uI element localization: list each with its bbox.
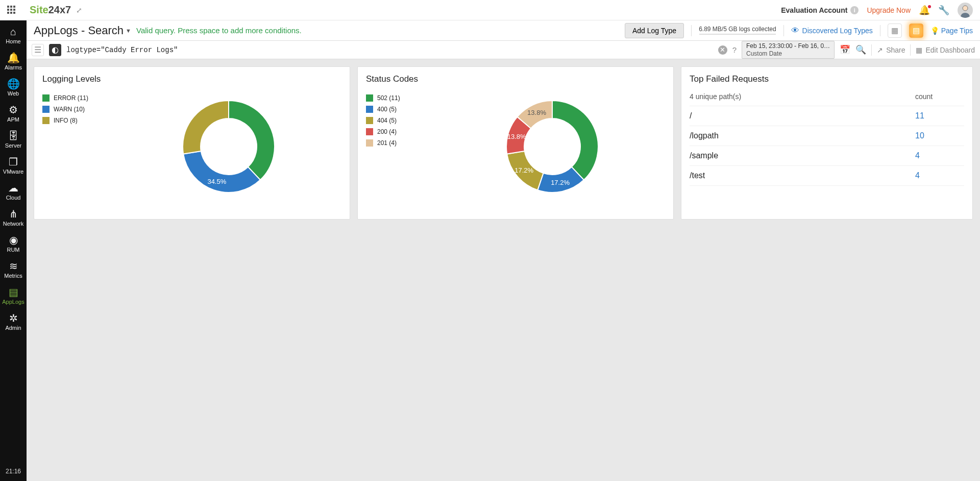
card-title: Top Failed Requests [690,74,964,84]
chart-view-button[interactable]: ◐ [49,44,61,56]
sidebar-item-apm[interactable]: ⚙APM [2,101,24,127]
edit-dashboard-button[interactable]: ▦ Edit Dashboard [916,46,975,54]
account-label[interactable]: Evaluation Account i [781,6,859,14]
apm-icon: ⚙ [9,105,18,115]
sidebar-item-alarms[interactable]: 🔔Alarms [2,49,24,75]
legend-item[interactable]: ERROR (11) [42,94,104,102]
legend-label: ERROR (11) [54,94,88,102]
share-icon: ↗ [877,46,883,54]
bell-icon[interactable]: 🔔 [919,5,930,16]
share-button[interactable]: ↗ Share [877,46,905,54]
card-title: Status Codes [366,74,665,84]
sidebar-item-vmware[interactable]: ❐VMware [2,153,24,179]
legend-item[interactable]: 201 (4) [366,139,427,147]
svg-text:13.8%: 13.8% [527,109,546,116]
logo-x7: 24x7 [48,4,71,15]
discovered-log-types-link[interactable]: 👁 Discovered Log Types [791,26,873,35]
upgrade-link[interactable]: Upgrade Now [867,6,911,14]
count-cell[interactable]: 4 [915,171,964,180]
sidebar-item-label: Admin [5,325,21,331]
sidebar-item-home[interactable]: ⌂Home [2,22,24,49]
legend-item[interactable]: 404 (5) [366,117,427,124]
swatch-icon [366,117,373,124]
legend: ERROR (11)WARN (10)INFO (8) [42,94,104,124]
count-cell[interactable]: 11 [915,111,964,121]
legend-item[interactable]: INFO (8) [42,117,104,124]
legend-label: 502 (11) [377,94,400,102]
clear-query-button[interactable]: ✕ [718,45,727,55]
content: Logging Levels ERROR (11)WARN (10)INFO (… [27,59,980,481]
count-cell[interactable]: 4 [915,151,964,160]
sidebar-time: 21:16 [6,462,21,481]
sidebar-item-label: Metrics [4,273,22,279]
sidebar: ⌂Home🔔Alarms🌐Web⚙APM🗄Server❐VMware☁Cloud… [0,20,27,481]
sidebar-item-label: Network [3,221,23,227]
table-row[interactable]: /11 [690,106,964,126]
status-codes-card: Status Codes 502 (11)400 (5)404 (5)200 (… [357,66,674,220]
sidebar-item-rum[interactable]: ◉RUM [2,231,24,257]
sidebar-item-network[interactable]: ⋔Network [2,205,24,231]
expand-icon[interactable]: ⤢ [76,8,82,12]
alarms-icon: 🔔 [7,53,20,63]
sidebar-item-label: Home [6,38,20,44]
rum-icon: ◉ [9,235,18,245]
sidebar-item-metrics[interactable]: ≋Metrics [2,257,24,283]
path-cell: /logpath [690,131,719,140]
applogs-icon: ▤ [9,287,18,297]
logs-collected: 6.89 MB/5 GB logs collected [699,26,776,35]
sidebar-item-admin[interactable]: ✲Admin [2,309,24,335]
layout-button[interactable]: ▦ [888,23,902,38]
sidebar-item-web[interactable]: 🌐Web [2,75,24,101]
eye-icon: 👁 [791,26,799,35]
search-icon[interactable]: 🔍 [855,44,866,55]
count-cell[interactable]: 10 [915,131,964,140]
path-cell: / [690,111,692,121]
table-row[interactable]: /test4 [690,166,964,186]
caret-down-icon: ▼ [126,28,131,34]
querybar: ☰ ◐ ✕ ? Feb 15, 23:30:00 - Feb 16, 0… Cu… [27,41,980,59]
sidebar-item-server[interactable]: 🗄Server [2,127,24,153]
page-title[interactable]: AppLogs - Search ▼ [34,24,131,37]
progress-bar [699,34,776,35]
highlight-button[interactable]: ▤ [909,23,923,38]
table-row[interactable]: /sample4 [690,146,964,166]
svg-text:17.2%: 17.2% [551,179,570,186]
col-count: count [915,92,964,101]
path-cell: /sample [690,151,718,160]
sidebar-item-cloud[interactable]: ☁Cloud [2,179,24,205]
web-icon: 🌐 [7,79,20,89]
help-icon[interactable]: ? [732,45,737,54]
legend-item[interactable]: 200 (4) [366,128,427,135]
donut-chart[interactable]: 17.2%17.2%13.8%13.8% [439,90,665,203]
network-icon: ⋔ [9,209,18,219]
donut-chart[interactable]: 34.5% [116,90,341,203]
date-range-picker[interactable]: Feb 15, 23:30:00 - Feb 16, 0… Custom Dat… [742,41,835,59]
valid-query-text: Valid query. Press space to add more con… [136,26,302,35]
sidebar-item-label: APM [7,116,19,123]
legend-item[interactable]: WARN (10) [42,106,104,113]
apps-grid-icon[interactable] [7,6,16,15]
list-view-button[interactable]: ☰ [32,44,44,56]
legend-label: WARN (10) [54,106,85,113]
legend-label: 400 (5) [377,106,397,113]
sidebar-item-label: Web [8,90,19,97]
sidebar-item-applogs[interactable]: ▤AppLogs [2,283,24,309]
table-row[interactable]: /logpath10 [690,126,964,146]
sidebar-item-label: Server [5,142,21,149]
avatar[interactable] [958,3,973,18]
card-title: Logging Levels [42,74,341,84]
add-log-type-button[interactable]: Add Log Type [625,23,684,38]
legend-label: 201 (4) [377,139,397,147]
query-input[interactable] [66,46,713,54]
page-tips-link[interactable]: 💡 Page Tips [930,27,973,35]
legend-item[interactable]: 400 (5) [366,106,427,113]
wrench-icon[interactable]: 🔧 [938,5,949,16]
calendar-icon[interactable]: 📅 [840,44,850,55]
svg-text:17.2%: 17.2% [514,166,533,174]
logo[interactable]: Site24x7 [30,4,71,16]
swatch-icon [42,94,50,102]
legend-label: 200 (4) [377,128,397,135]
svg-text:13.8%: 13.8% [507,133,526,140]
sidebar-item-label: Alarms [5,64,22,70]
legend-item[interactable]: 502 (11) [366,94,427,102]
